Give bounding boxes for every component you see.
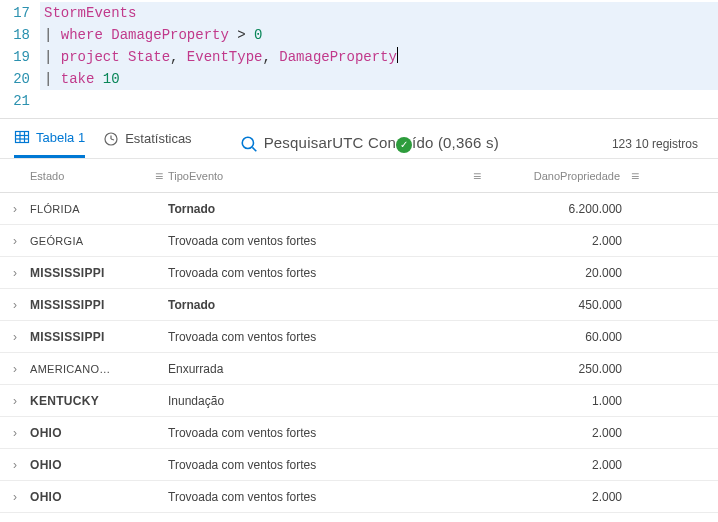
cell-damage: 2.000 (468, 426, 626, 440)
code-line[interactable]: 19| project State, EventType, DamageProp… (0, 46, 718, 68)
cell-damage: 2.000 (468, 458, 626, 472)
cell-event-type: Trovoada com ventos fortes (168, 266, 468, 280)
tab-tabela[interactable]: Tabela 1 (14, 129, 85, 158)
cell-damage: 2.000 (468, 234, 626, 248)
cell-state: KENTUCKY (30, 394, 150, 408)
table-row[interactable]: ›GEÓRGIATrovoada com ventos fortes2.000 (0, 225, 718, 257)
cell-event-type: Trovoada com ventos fortes (168, 458, 468, 472)
table-row[interactable]: ›OHIOTrovoada com ventos fortes2.000 (0, 481, 718, 513)
text-cursor (397, 47, 398, 63)
line-number: 19 (0, 46, 40, 68)
table-icon (14, 129, 30, 145)
tab-tabela-label: Tabela 1 (36, 130, 85, 145)
search-label[interactable]: PesquisarUTC Con✓ído (0,366 s) (264, 134, 499, 153)
cell-event-type: Trovoada com ventos fortes (168, 426, 468, 440)
table-row[interactable]: ›OHIOTrovoada com ventos fortes2.000 (0, 417, 718, 449)
code-content[interactable]: | project State, EventType, DamageProper… (40, 46, 718, 68)
cell-state: OHIO (30, 490, 150, 504)
row-expand-icon[interactable]: › (8, 298, 22, 312)
code-content[interactable]: | take 10 (40, 68, 718, 90)
row-expand-icon[interactable]: › (8, 362, 22, 376)
cell-state: AMERICANO… (30, 363, 150, 375)
cell-damage: 2.000 (468, 490, 626, 504)
code-content[interactable]: StormEvents (40, 2, 718, 24)
column-menu-icon[interactable]: ≡ (631, 168, 639, 184)
cell-damage: 6.200.000 (468, 202, 626, 216)
table-row[interactable]: ›MISSISSIPPITrovoada com ventos fortes60… (0, 321, 718, 353)
row-expand-icon[interactable]: › (8, 426, 22, 440)
column-header-damage[interactable]: DanoPropriedade (486, 170, 626, 182)
line-number: 20 (0, 68, 40, 90)
row-expand-icon[interactable]: › (8, 234, 22, 248)
svg-point-8 (242, 137, 253, 148)
cell-event-type: Trovoada com ventos fortes (168, 234, 468, 248)
cell-event-type: Trovoada com ventos fortes (168, 330, 468, 344)
search-status-group: PesquisarUTC Con✓ído (0,366 s) (240, 134, 499, 153)
results-table: Estado ≡ TipoEvento ≡ DanoPropriedade ≡ … (0, 158, 718, 513)
record-count: 123 10 registros (612, 137, 704, 151)
svg-rect-0 (16, 132, 29, 143)
line-number: 18 (0, 24, 40, 46)
query-editor[interactable]: 17StormEvents18| where DamageProperty > … (0, 0, 718, 118)
table-row[interactable]: ›KENTUCKYInundação1.000 (0, 385, 718, 417)
code-content[interactable] (40, 90, 718, 112)
cell-state: OHIO (30, 458, 150, 472)
table-row[interactable]: ›MISSISSIPPITrovoada com ventos fortes20… (0, 257, 718, 289)
cell-state: GEÓRGIA (30, 235, 150, 247)
cell-state: MISSISSIPPI (30, 330, 150, 344)
cell-state: MISSISSIPPI (30, 298, 150, 312)
column-menu-icon[interactable]: ≡ (155, 168, 163, 184)
svg-line-9 (252, 147, 256, 151)
row-expand-icon[interactable]: › (8, 202, 22, 216)
cell-damage: 60.000 (468, 330, 626, 344)
row-expand-icon[interactable]: › (8, 394, 22, 408)
search-icon[interactable] (240, 135, 258, 153)
code-line[interactable]: 18| where DamageProperty > 0 (0, 24, 718, 46)
cell-damage: 20.000 (468, 266, 626, 280)
table-row[interactable]: ›FLÓRIDATornado6.200.000 (0, 193, 718, 225)
column-header-state[interactable]: Estado (30, 170, 150, 182)
code-content[interactable]: | where DamageProperty > 0 (40, 24, 718, 46)
table-row[interactable]: ›OHIOTrovoada com ventos fortes2.000 (0, 449, 718, 481)
column-menu-icon[interactable]: ≡ (473, 168, 481, 184)
cell-damage: 250.000 (468, 362, 626, 376)
row-expand-icon[interactable]: › (8, 266, 22, 280)
tab-estatisticas[interactable]: Estatísticas (103, 131, 191, 157)
table-row[interactable]: ›AMERICANO…Enxurrada250.000 (0, 353, 718, 385)
table-row[interactable]: ›MISSISSIPPITornado450.000 (0, 289, 718, 321)
cell-damage: 450.000 (468, 298, 626, 312)
cell-damage: 1.000 (468, 394, 626, 408)
column-header-damage-label: DanoPropriedade (534, 170, 620, 182)
cell-event-type: Enxurrada (168, 362, 468, 376)
line-number: 17 (0, 2, 40, 24)
results-toolbar: Tabela 1 Estatísticas PesquisarUTC Con✓í… (0, 118, 718, 158)
row-expand-icon[interactable]: › (8, 490, 22, 504)
cell-state: MISSISSIPPI (30, 266, 150, 280)
cell-event-type: Tornado (168, 298, 468, 312)
column-header-event[interactable]: TipoEvento (168, 170, 468, 182)
column-header-state-label: Estado (30, 170, 64, 182)
tab-estatisticas-label: Estatísticas (125, 131, 191, 146)
row-expand-icon[interactable]: › (8, 330, 22, 344)
code-line[interactable]: 20| take 10 (0, 68, 718, 90)
line-number: 21 (0, 90, 40, 112)
cell-state: FLÓRIDA (30, 203, 150, 215)
cell-event-type: Inundação (168, 394, 468, 408)
column-header-event-label: TipoEvento (168, 170, 223, 182)
code-line[interactable]: 21 (0, 90, 718, 112)
row-expand-icon[interactable]: › (8, 458, 22, 472)
table-header-row: Estado ≡ TipoEvento ≡ DanoPropriedade ≡ (0, 159, 718, 193)
clock-icon (103, 131, 119, 147)
cell-event-type: Tornado (168, 202, 468, 216)
cell-event-type: Trovoada com ventos fortes (168, 490, 468, 504)
cell-state: OHIO (30, 426, 150, 440)
success-badge-icon: ✓ (396, 137, 412, 153)
code-line[interactable]: 17StormEvents (0, 2, 718, 24)
svg-line-7 (111, 139, 114, 140)
